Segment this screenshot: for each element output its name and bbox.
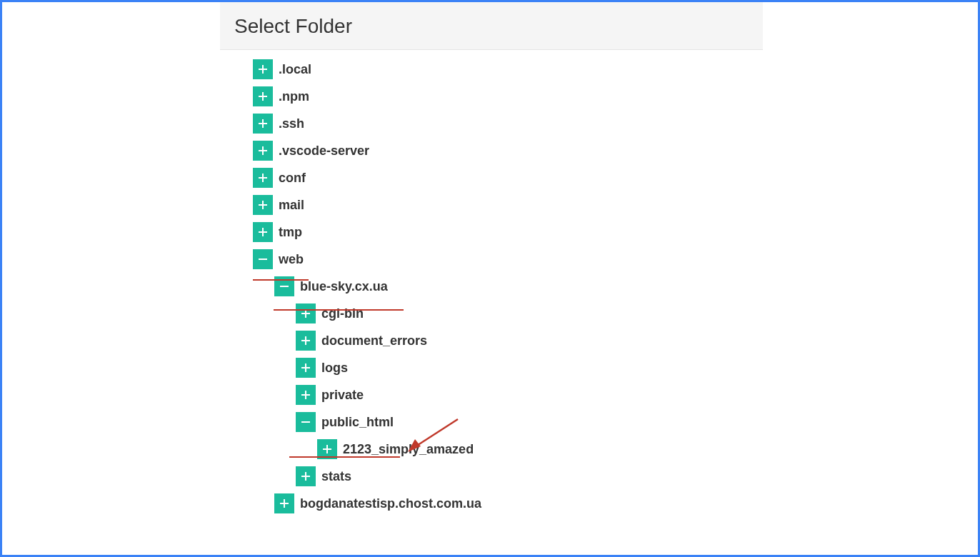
tree-item-mail[interactable]: mail (220, 191, 763, 219)
folder-label[interactable]: 2123_simply_amazed (343, 442, 474, 457)
tree-item-tmp[interactable]: tmp (220, 219, 763, 246)
dialog-header: Select Folder (220, 2, 763, 50)
folder-label[interactable]: blue-sky.cx.ua (300, 279, 388, 294)
svg-rect-14 (259, 259, 267, 260)
folder-label[interactable]: logs (321, 361, 348, 376)
svg-rect-23 (301, 394, 310, 396)
svg-rect-7 (259, 150, 267, 151)
tree-item-stats[interactable]: stats (220, 463, 763, 490)
folder-label[interactable]: mail (279, 198, 304, 213)
folder-label[interactable]: .vscode-server (279, 144, 369, 159)
collapse-icon[interactable] (274, 276, 294, 296)
folder-label[interactable]: tmp (279, 225, 302, 240)
folder-label[interactable]: cgi-bin (321, 306, 364, 321)
expand-icon[interactable] (253, 168, 273, 188)
dialog-title: Select Folder (234, 15, 749, 38)
tree-item-conf[interactable]: conf (220, 164, 763, 191)
svg-rect-9 (259, 177, 267, 179)
collapse-icon[interactable] (296, 412, 316, 432)
folder-label[interactable]: web (279, 252, 304, 267)
tree-item-bogdanatestisp[interactable]: bogdanatestisp.chost.com.ua (220, 490, 763, 517)
svg-rect-15 (280, 286, 289, 287)
folder-label[interactable]: public_html (321, 415, 394, 430)
svg-rect-13 (259, 231, 267, 233)
expand-icon[interactable] (296, 385, 316, 405)
folder-label[interactable]: .local (279, 62, 311, 77)
collapse-icon[interactable] (253, 249, 273, 269)
svg-rect-3 (259, 96, 267, 97)
select-folder-dialog: Select Folder .local .npm .ssh .vscode-s… (220, 2, 763, 517)
folder-label[interactable]: bogdanatestisp.chost.com.ua (300, 496, 481, 511)
svg-rect-26 (323, 448, 331, 450)
svg-rect-21 (301, 367, 310, 368)
svg-rect-5 (259, 123, 267, 124)
tree-item-logs[interactable]: logs (220, 354, 763, 381)
svg-rect-11 (259, 204, 267, 206)
tree-item-private[interactable]: private (220, 381, 763, 408)
svg-rect-19 (301, 340, 310, 341)
tree-item-web[interactable]: web (220, 246, 763, 273)
expand-icon[interactable] (253, 114, 273, 134)
expand-icon[interactable] (253, 86, 273, 106)
tree-item-ssh[interactable]: .ssh (220, 110, 763, 137)
tree-item-document-errors[interactable]: document_errors (220, 327, 763, 354)
svg-rect-30 (280, 503, 289, 504)
expand-icon[interactable] (253, 222, 273, 242)
folder-tree: .local .npm .ssh .vscode-server conf mai… (220, 50, 763, 517)
svg-rect-17 (301, 313, 310, 314)
tree-item-local[interactable]: .local (220, 56, 763, 83)
expand-icon[interactable] (296, 358, 316, 378)
tree-item-vscode-server[interactable]: .vscode-server (220, 137, 763, 164)
expand-icon[interactable] (253, 59, 273, 79)
svg-rect-1 (259, 69, 267, 70)
expand-icon[interactable] (296, 466, 316, 486)
expand-icon[interactable] (296, 331, 316, 351)
folder-label[interactable]: private (321, 388, 364, 403)
folder-label[interactable]: .npm (279, 89, 309, 104)
svg-rect-28 (301, 476, 310, 477)
svg-rect-24 (301, 421, 310, 423)
tree-item-npm[interactable]: .npm (220, 83, 763, 110)
expand-icon[interactable] (253, 141, 273, 161)
expand-icon[interactable] (296, 303, 316, 323)
folder-label[interactable]: document_errors (321, 333, 427, 348)
expand-icon[interactable] (317, 439, 337, 459)
folder-label[interactable]: stats (321, 469, 351, 484)
tree-item-blue-sky[interactable]: blue-sky.cx.ua (220, 273, 763, 300)
expand-icon[interactable] (253, 195, 273, 215)
expand-icon[interactable] (274, 493, 294, 513)
folder-label[interactable]: .ssh (279, 116, 304, 131)
tree-item-simply-amazed[interactable]: 2123_simply_amazed (220, 436, 763, 463)
tree-item-cgi-bin[interactable]: cgi-bin (220, 300, 763, 327)
folder-label[interactable]: conf (279, 171, 306, 186)
tree-item-public-html[interactable]: public_html (220, 408, 763, 436)
